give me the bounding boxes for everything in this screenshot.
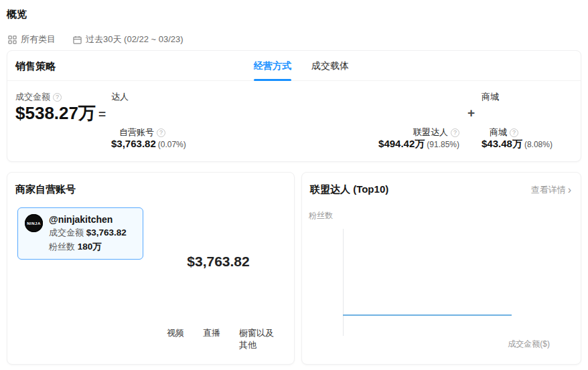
account-avatar: NINJA — [25, 214, 43, 232]
self-account-legend: 自营账号 ? — [111, 126, 165, 138]
x-axis-label: 成交金额($) — [469, 339, 550, 350]
sales-strategy-title: 销售策略 — [15, 60, 56, 73]
mall-value: $43.48万(8.08%) — [482, 138, 553, 151]
account-fans-row: 粉丝数 180万 — [49, 241, 127, 253]
donut-center-value: $3,763.82 — [187, 254, 249, 270]
self-account-pct: (0.07%) — [158, 140, 186, 149]
help-icon[interactable]: ? — [53, 93, 62, 102]
mall-legend: 商城 ? — [482, 126, 518, 138]
gmv-total-value: $538.27万 — [15, 102, 96, 125]
legend-item-showcase[interactable]: 橱窗以及其他 — [231, 327, 282, 351]
donut-legend: 视频 直播 橱窗以及其他 — [159, 327, 282, 351]
self-account-bar-segment[interactable] — [111, 108, 127, 122]
mall-bar — [482, 108, 581, 122]
account-fans-value: 180万 — [78, 242, 102, 252]
date-range-label: 过去30天 (02/22 ~ 03/23) — [86, 33, 183, 45]
live-dot — [195, 330, 200, 335]
affiliate-value: $494.42万(91.85%) — [325, 138, 459, 151]
mall-pct: (8.08%) — [524, 140, 553, 149]
account-summary-box[interactable]: NINJA @ninjakitchen 成交金额 $3,763.82 粉丝数 1… — [17, 207, 143, 260]
tab-business-mode[interactable]: 经营方式 — [254, 51, 291, 81]
affiliate-legend: 联盟达人 ? — [325, 126, 459, 138]
mall-bar-segment[interactable] — [482, 108, 581, 122]
equals-sign: = — [98, 107, 106, 122]
self-account-name: 自营账号 — [119, 126, 154, 138]
affiliate-bar-segment[interactable] — [127, 108, 459, 122]
help-icon[interactable]: ? — [157, 128, 165, 137]
self-account-dot — [111, 130, 116, 135]
affiliate-scatter-chart: 粉丝数 成交金额($) — [302, 173, 582, 365]
legend-item-video[interactable]: 视频 — [159, 327, 184, 351]
overview-page: 概览 所有类目 过去30天 (02/22 ~ 03/23) 销售策略 — [0, 0, 588, 370]
calendar-icon — [73, 35, 82, 44]
plus-sign: + — [467, 106, 475, 120]
sales-strategy-header: 销售策略 经营方式 成交载体 — [7, 51, 581, 81]
affiliate-pct: (91.85%) — [427, 140, 459, 149]
legend-item-live[interactable]: 直播 — [195, 327, 220, 351]
date-range-filter[interactable]: 过去30天 (02/22 ~ 03/23) — [73, 33, 183, 45]
sales-strategy-card: 销售策略 经营方式 成交载体 成交金额 ? $538.27万 = 达人 自营账号… — [7, 50, 581, 162]
mall-name: 商城 — [490, 126, 507, 138]
gmv-donut-chart[interactable]: $3,763.82 — [169, 212, 268, 311]
video-dot — [159, 330, 163, 335]
zero-baseline — [343, 314, 512, 316]
filter-bar: 所有类目 过去30天 (02/22 ~ 03/23) — [8, 33, 183, 45]
daren-group-label: 达人 — [111, 91, 129, 103]
affiliate-card: 联盟达人 (Top10) 查看详情 › 粉丝数 成交金额($) — [301, 172, 581, 365]
category-filter-label: 所有类目 — [21, 33, 56, 45]
y-axis-line — [343, 229, 344, 336]
category-grid-icon — [8, 35, 17, 44]
account-gmv-value: $3,763.82 — [86, 227, 127, 238]
affiliate-name: 联盟达人 — [413, 126, 448, 138]
strategy-tabs: 经营方式 成交载体 — [254, 51, 349, 81]
account-handle: @ninjakitchen — [49, 214, 127, 225]
page-title: 概览 — [7, 8, 27, 21]
category-filter[interactable]: 所有类目 — [8, 33, 56, 45]
self-account-card: 商家自营账号 NINJA @ninjakitchen 成交金额 $3,763.8… — [7, 172, 295, 365]
account-gmv-row: 成交金额 $3,763.82 — [49, 227, 127, 239]
daren-bar — [111, 108, 459, 122]
self-account-value: $3,763.82(0.07%) — [111, 138, 186, 149]
y-axis-label: 粉丝数 — [309, 210, 333, 221]
mall-group-label: 商城 — [482, 91, 499, 103]
help-icon[interactable]: ? — [510, 128, 518, 137]
mall-dot — [482, 130, 486, 135]
affiliate-dot — [405, 130, 410, 135]
showcase-dot — [231, 330, 236, 335]
help-icon[interactable]: ? — [451, 128, 459, 137]
self-account-card-title: 商家自营账号 — [15, 183, 76, 196]
tab-deal-carrier[interactable]: 成交载体 — [311, 51, 349, 81]
